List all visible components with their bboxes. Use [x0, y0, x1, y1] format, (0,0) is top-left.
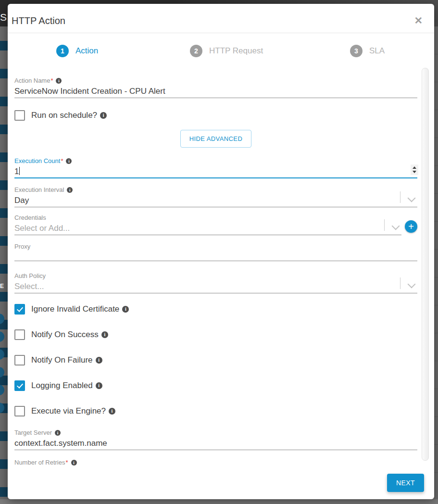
- notify-on-failure-checkbox-row[interactable]: Notify On Failure: [14, 355, 417, 365]
- ignore-invalid-certificate-checkbox-row[interactable]: Ignore Invalid Certificate: [14, 304, 417, 315]
- select-adorner: [400, 277, 414, 289]
- step-label: Action: [75, 46, 98, 56]
- hide-advanced-button[interactable]: HIDE ADVANCED: [180, 130, 251, 148]
- number-stepper[interactable]: [411, 164, 418, 175]
- checkbox-icon[interactable]: [14, 110, 25, 121]
- notify-on-success-label: Notify On Success: [31, 330, 99, 340]
- step-label: SLA: [369, 46, 385, 56]
- credentials-select[interactable]: Select or Add...: [14, 223, 401, 234]
- info-icon[interactable]: [71, 460, 77, 466]
- execute-via-engine-checkbox-row[interactable]: Execute via Engine?: [14, 406, 417, 416]
- step-http-request[interactable]: 2 HTTP Request: [190, 45, 263, 57]
- step-label: HTTP Request: [209, 46, 263, 56]
- proxy-field: Proxy: [14, 243, 417, 261]
- stepper-down-icon[interactable]: [413, 171, 416, 173]
- background-icon-fragment: [0, 331, 4, 342]
- logging-enabled-checkbox-row[interactable]: Logging Enabled: [14, 380, 417, 391]
- background-table-edge-right: [434, 26, 438, 499]
- checkbox-icon[interactable]: [14, 304, 25, 315]
- step-number-badge: 3: [350, 45, 363, 57]
- execution-count-field: Execution Count* 1: [14, 157, 417, 178]
- action-name-field: Action Name* ServiceNow Incident Creatio…: [14, 77, 417, 98]
- execution-interval-field: Execution Interval Day: [14, 186, 417, 207]
- required-asterisk: *: [65, 459, 68, 466]
- required-asterisk: *: [61, 157, 63, 165]
- info-icon[interactable]: [55, 430, 61, 436]
- background-table-edge-left: E: [0, 26, 8, 499]
- info-icon[interactable]: [100, 112, 107, 119]
- background-text-fragment: E: [0, 283, 4, 290]
- info-icon[interactable]: [56, 78, 62, 84]
- http-action-modal: HTTP Action ✕ 1 Action 2 HTTP Request 3 …: [8, 4, 434, 499]
- step-number-badge: 2: [190, 45, 202, 57]
- advanced-toggle-wrap: HIDE ADVANCED: [14, 130, 417, 148]
- execution-count-label: Execution Count*: [14, 157, 417, 165]
- chevron-down-icon[interactable]: [408, 280, 416, 289]
- action-name-input[interactable]: ServiceNow Incident Creation - CPU Alert: [14, 86, 417, 97]
- run-on-schedule-label: Run on schedule?: [31, 111, 97, 120]
- number-of-retries-field: Number of Retries* 0: [14, 459, 417, 466]
- info-icon[interactable]: [96, 382, 102, 389]
- auth-policy-select[interactable]: Select...: [14, 281, 417, 292]
- logging-enabled-label: Logging Enabled: [31, 381, 93, 391]
- add-credential-button[interactable]: [405, 220, 417, 233]
- wizard-stepper: 1 Action 2 HTTP Request 3 SLA: [8, 33, 434, 68]
- execution-interval-select[interactable]: Day: [14, 195, 417, 206]
- stepper-up-icon[interactable]: [413, 166, 416, 169]
- checkbox-icon[interactable]: [14, 329, 25, 340]
- target-server-field: Target Server context.fact.system.name: [14, 429, 417, 450]
- scrollbar-thumb[interactable]: [422, 68, 429, 461]
- required-asterisk: *: [50, 77, 53, 85]
- text-caret: [19, 167, 20, 175]
- proxy-input[interactable]: [14, 252, 417, 260]
- background-text-fragment: S: [0, 12, 7, 23]
- info-icon[interactable]: [101, 331, 108, 338]
- info-icon[interactable]: [96, 357, 102, 364]
- number-of-retries-label: Number of Retries*: [14, 459, 417, 466]
- execution-count-input[interactable]: 1: [14, 166, 417, 177]
- background-page-bottom: [0, 499, 438, 504]
- auth-policy-label: Auth Policy: [14, 272, 417, 280]
- ignore-invalid-certificate-label: Ignore Invalid Certificate: [31, 304, 119, 314]
- step-sla[interactable]: 3 SLA: [350, 45, 385, 57]
- info-icon[interactable]: [122, 306, 129, 313]
- background-icon-fragment: [0, 367, 4, 378]
- run-on-schedule-checkbox-row[interactable]: Run on schedule?: [14, 110, 417, 121]
- info-icon[interactable]: [67, 187, 73, 193]
- target-server-input[interactable]: context.fact.system.name: [14, 438, 417, 449]
- chevron-down-icon[interactable]: [408, 194, 416, 202]
- notify-on-success-checkbox-row[interactable]: Notify On Success: [14, 329, 417, 340]
- modal-title: HTTP Action: [12, 15, 65, 26]
- credentials-label: Credentials: [14, 214, 401, 222]
- execute-via-engine-label: Execute via Engine?: [31, 406, 106, 416]
- credentials-field: Credentials Select or Add...: [14, 214, 401, 235]
- info-icon[interactable]: [109, 408, 115, 415]
- info-icon[interactable]: [66, 158, 72, 164]
- close-icon[interactable]: ✕: [414, 15, 423, 25]
- notify-on-failure-label: Notify On Failure: [31, 355, 93, 365]
- next-button[interactable]: NEXT: [387, 474, 424, 492]
- select-separator: [400, 191, 400, 203]
- checkbox-icon[interactable]: [14, 406, 25, 416]
- auth-policy-field: Auth Policy Select...: [14, 272, 417, 293]
- step-action[interactable]: 1 Action: [56, 45, 98, 57]
- select-adorner: [400, 191, 414, 203]
- action-name-label: Action Name*: [14, 77, 417, 85]
- target-server-label: Target Server: [14, 429, 417, 437]
- chevron-down-icon[interactable]: [392, 222, 400, 230]
- select-separator: [384, 219, 385, 231]
- background-icon-fragment: [0, 349, 4, 360]
- select-adorner: [384, 219, 399, 231]
- background-icon-fragment: [0, 314, 4, 324]
- background-icon-fragment: [0, 385, 4, 395]
- select-separator: [400, 277, 400, 289]
- background-icon-fragment: [0, 403, 4, 413]
- checkbox-icon[interactable]: [14, 380, 25, 391]
- modal-header: HTTP Action ✕: [8, 4, 434, 33]
- proxy-label: Proxy: [14, 243, 417, 251]
- execution-interval-label: Execution Interval: [14, 186, 417, 194]
- step-number-badge: 1: [56, 45, 69, 57]
- form-scroll-area: Action Name* ServiceNow Incident Creatio…: [8, 67, 427, 466]
- checkbox-icon[interactable]: [14, 355, 25, 365]
